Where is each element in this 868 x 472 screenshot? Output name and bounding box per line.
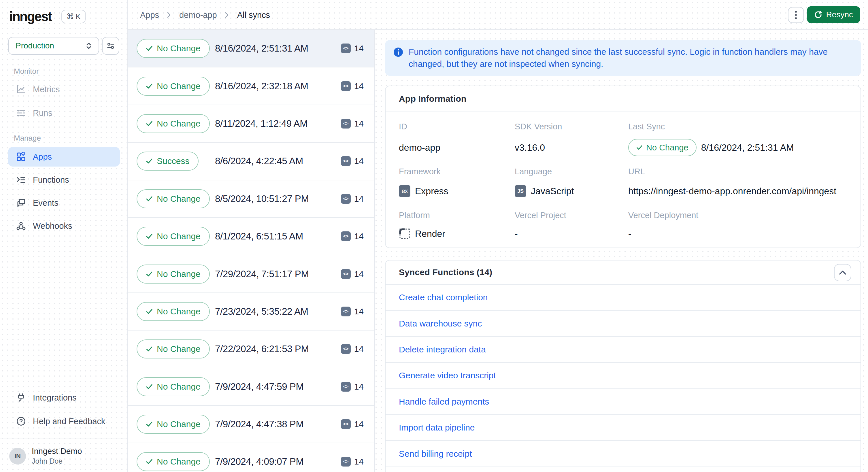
collapse-button[interactable] xyxy=(834,264,851,281)
sync-list-item[interactable]: No Change 8/16/2024, 2:32:18 AM <> 14 xyxy=(128,67,374,105)
sync-status-badge: No Change xyxy=(136,39,210,58)
sync-list-item[interactable]: No Change 7/9/2024, 4:47:59 PM <> 14 xyxy=(128,368,374,406)
breadcrumb-apps[interactable]: Apps xyxy=(140,10,159,20)
sidebar-item-apps[interactable]: Apps xyxy=(8,147,120,166)
last-sync-value: No Change 8/16/2024, 2:51:31 AM xyxy=(628,139,847,156)
apps-icon xyxy=(16,152,26,162)
vercel-deployment-value: - xyxy=(628,228,847,239)
sidebar-item-events[interactable]: Events xyxy=(8,193,120,213)
sync-detail-panel: Function configurations have not changed… xyxy=(375,30,868,472)
breadcrumb-all-syncs: All syncs xyxy=(237,10,270,20)
function-count: <> 14 xyxy=(341,156,364,166)
sidebar-item-webhooks[interactable]: Webhooks xyxy=(8,216,120,236)
sync-timestamp: 7/23/2024, 5:35:22 AM xyxy=(215,306,308,317)
sync-timestamp: 8/5/2024, 10:51:27 PM xyxy=(215,193,309,204)
check-icon xyxy=(146,308,153,315)
functions-icon xyxy=(16,175,26,185)
sync-status-label: No Change xyxy=(157,231,200,241)
sync-list-item[interactable]: No Change 7/22/2024, 6:21:53 PM <> 14 xyxy=(128,331,374,368)
plug-icon xyxy=(16,393,26,403)
sync-timestamp: 8/16/2024, 2:32:18 AM xyxy=(215,81,308,92)
last-sync-status-label: No Change xyxy=(646,143,688,152)
user-menu[interactable]: IN Inngest Demo John Doe xyxy=(9,447,82,465)
top-bar: Apps demo-app All syncs Resync xyxy=(128,0,868,30)
check-icon xyxy=(146,121,153,127)
help-icon xyxy=(16,416,26,426)
sync-status-label: No Change xyxy=(157,43,200,53)
sync-status-label: No Change xyxy=(157,81,200,91)
check-icon xyxy=(146,346,153,352)
info-banner-text: Function configurations have not changed… xyxy=(409,46,849,76)
sync-status-badge: No Change xyxy=(136,415,210,434)
synced-functions-card: Synced Functions (14) Create chat comple… xyxy=(385,260,861,472)
environment-settings-button[interactable] xyxy=(102,37,119,55)
sync-status-cell: Success xyxy=(136,152,215,170)
sync-list-item[interactable]: No Change 7/23/2024, 5:35:22 AM <> 14 xyxy=(128,293,374,331)
function-link[interactable]: Send billing receipt xyxy=(399,449,472,459)
synced-functions-title: Synced Functions (14) xyxy=(399,268,492,277)
sdk-version-label: SDK Version xyxy=(515,122,628,131)
runs-icon xyxy=(16,108,26,118)
sync-list-item[interactable]: No Change 7/9/2024, 4:09:07 PM <> 14 xyxy=(128,443,374,472)
function-link[interactable]: Generate video transcript xyxy=(399,371,496,380)
sidebar-item-functions[interactable]: Functions xyxy=(8,170,120,190)
sliders-icon xyxy=(106,41,115,51)
function-link[interactable]: Delete integration data xyxy=(399,345,486,354)
function-link[interactable]: Data warehouse sync xyxy=(399,319,482,328)
chevron-right-icon xyxy=(166,12,172,18)
app-info-labels-row-2: Framework Language URL xyxy=(399,167,847,176)
function-count: <> 14 xyxy=(341,194,364,204)
sync-status-badge: Success xyxy=(136,152,198,170)
check-icon xyxy=(146,383,153,390)
sidebar-item-label: Integrations xyxy=(33,393,76,403)
sync-list-item[interactable]: No Change 8/16/2024, 2:51:31 AM <> 14 xyxy=(128,30,374,67)
sync-list-item[interactable]: Success 8/6/2024, 4:22:45 AM <> 14 xyxy=(128,143,374,180)
function-link[interactable]: Import data pipeline xyxy=(399,423,475,433)
sync-status-label: No Change xyxy=(157,194,200,204)
function-count: <> 14 xyxy=(341,307,364,316)
function-count-value: 14 xyxy=(354,307,364,316)
environment-selector[interactable]: Production xyxy=(8,37,99,55)
sidebar-item-runs[interactable]: Runs xyxy=(8,103,120,123)
app-information-header: App Information xyxy=(385,86,861,112)
sidebar-item-metrics[interactable]: Metrics xyxy=(8,80,120,99)
synced-functions-header: Synced Functions (14) xyxy=(385,260,861,285)
info-banner: Function configurations have not changed… xyxy=(385,40,861,76)
sync-status-cell: No Change xyxy=(136,189,215,208)
breadcrumb-demo-app[interactable]: demo-app xyxy=(179,10,217,20)
command-icon: ⌘ xyxy=(67,12,74,21)
sync-list-item[interactable]: No Change 8/11/2024, 1:12:49 AM <> 14 xyxy=(128,105,374,143)
function-link[interactable]: Handle failed payments xyxy=(399,397,489,407)
sync-list-item[interactable]: No Change 8/1/2024, 6:51:15 AM <> 14 xyxy=(128,218,374,255)
sync-list-item[interactable]: No Change 8/5/2024, 10:51:27 PM <> 14 xyxy=(128,180,374,218)
webhooks-icon xyxy=(16,221,26,231)
function-count: <> 14 xyxy=(341,382,364,391)
sync-list-item[interactable]: No Change 7/29/2024, 7:51:17 PM <> 14 xyxy=(128,255,374,293)
sidebar-item-integrations[interactable]: Integrations xyxy=(8,388,120,407)
resync-button[interactable]: Resync xyxy=(807,6,860,23)
function-count-value: 14 xyxy=(354,194,364,204)
sync-status-badge: No Change xyxy=(136,77,210,96)
sidebar-item-label: Metrics xyxy=(33,85,60,94)
last-sync-label: Last Sync xyxy=(628,122,847,131)
app-information-title: App Information xyxy=(399,94,467,104)
more-options-button[interactable] xyxy=(788,7,804,23)
sync-timestamp: 7/9/2024, 4:47:38 PM xyxy=(215,419,304,430)
function-count-value: 14 xyxy=(354,81,364,91)
code-icon: <> xyxy=(341,81,351,91)
function-link[interactable]: Create chat completion xyxy=(399,292,488,302)
sync-status-cell: No Change xyxy=(136,302,215,321)
code-icon: <> xyxy=(341,307,351,316)
sync-list-item[interactable]: No Change 7/9/2024, 4:47:38 PM <> 14 xyxy=(128,406,374,443)
sync-timestamp: 8/16/2024, 2:51:31 AM xyxy=(215,43,308,54)
platform-name: Render xyxy=(415,228,445,239)
framework-value: ex Express xyxy=(399,185,515,197)
command-k-shortcut[interactable]: ⌘K xyxy=(61,10,86,23)
chevron-updown-icon xyxy=(85,42,93,50)
sync-status-cell: No Change xyxy=(136,114,215,133)
sidebar-item-help[interactable]: Help and Feedback xyxy=(8,411,120,431)
sync-status-cell: No Change xyxy=(136,340,215,358)
function-count-value: 14 xyxy=(354,231,364,241)
check-icon xyxy=(146,45,153,52)
synced-function-row: Send billing receipt xyxy=(385,441,861,467)
